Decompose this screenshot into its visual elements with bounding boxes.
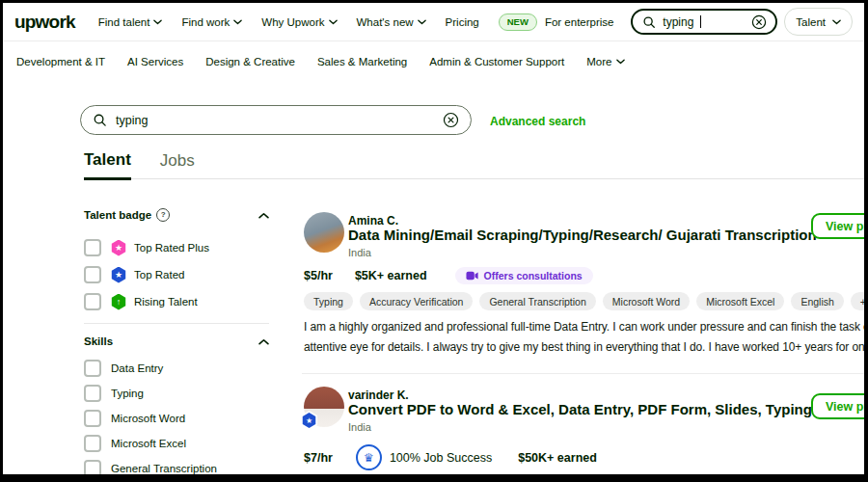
skill-option-label: Data Entry: [111, 362, 163, 374]
chevron-down-icon: [153, 19, 162, 25]
collapse-chevron-up-icon[interactable]: [258, 212, 269, 219]
skill-chip: Accuracy Verification: [360, 292, 473, 310]
header-nav-item[interactable]: Find talent: [98, 16, 163, 28]
bio-line-2: attentive eye for details. I always try …: [304, 337, 868, 358]
skill-chip: +7: [851, 292, 868, 310]
view-profile-button[interactable]: View profile: [811, 393, 868, 419]
skill-option-label: Typing: [111, 388, 144, 399]
talent-badge-filter-header: Talent badge ?: [84, 207, 269, 223]
freelancer-location: India: [348, 247, 371, 258]
video-camera-icon: [466, 271, 478, 281]
chevron-down-icon: [233, 19, 242, 25]
offers-consultations-badge[interactable]: Offers consultations: [455, 267, 593, 284]
freelancer-title[interactable]: Convert PDF to Word & Excel, Data Entry,…: [348, 401, 812, 417]
skill-chip: General Transcription: [479, 292, 595, 310]
freelancer-bio: I am a highly organized and professional…: [304, 317, 868, 358]
checkbox[interactable]: [84, 293, 101, 310]
category-nav-item-label: Development & IT: [16, 56, 105, 67]
checkbox[interactable]: [84, 460, 101, 477]
top-rated-badge-icon: ★: [300, 411, 318, 430]
skill-chip: Microsoft Word: [603, 292, 690, 310]
category-nav-item-label: Design & Creative: [205, 56, 295, 67]
talent-badge-option-label: Top Rated Plus: [134, 242, 209, 254]
skill-option[interactable]: Typing: [84, 381, 269, 406]
skill-chip: English: [791, 292, 843, 310]
checkbox[interactable]: [84, 266, 101, 283]
skill-chip: Typing: [304, 292, 353, 310]
hourly-rate: $7/hr: [304, 451, 333, 465]
talent-badge-option-label: Top Rated: [134, 269, 184, 281]
talent-badge-option[interactable]: ★ Top Rated Plus: [84, 234, 269, 261]
talent-badge-option[interactable]: ↑ Rising Talent: [84, 288, 269, 315]
sidebar-divider: [84, 323, 269, 324]
freelancer-name[interactable]: Amina C.: [348, 214, 398, 228]
skills-filter-header: Skills: [84, 334, 269, 349]
skill-option-label: General Transcription: [111, 463, 217, 474]
talent-badge-icon: ↑: [111, 294, 126, 310]
total-earned: $5K+ earned: [355, 269, 427, 282]
freelancer-avatar[interactable]: ★: [304, 387, 344, 427]
freelancer-stats: $5/hr $5K+ earned Offers consultations: [304, 267, 593, 284]
skill-option[interactable]: General Transcription: [84, 456, 269, 481]
header-nav-item-label: Find talent: [98, 16, 150, 28]
talent-badge-icon: ★: [111, 267, 126, 283]
checkbox[interactable]: [84, 360, 101, 377]
bio-line-1: I am a highly organized and professional…: [304, 317, 868, 337]
result-divider: [302, 373, 868, 374]
job-success-label: 100% Job Success: [390, 451, 492, 465]
skill-chips: TypingAccuracy VerificationGeneral Trans…: [304, 292, 868, 310]
main-search-value: typing: [116, 114, 148, 127]
skills-options: Data Entry Typing Microsoft Word Microso…: [84, 356, 269, 481]
freelancer-title[interactable]: Data Mining/Email Scraping/Typing/Resear…: [348, 227, 817, 243]
checkbox[interactable]: [84, 385, 101, 402]
checkbox[interactable]: [84, 239, 101, 256]
tab-jobs[interactable]: Jobs: [160, 151, 195, 178]
category-nav-item[interactable]: Development & IT: [16, 56, 105, 67]
talent-badge-option[interactable]: ★ Top Rated: [84, 261, 269, 288]
tab-talent[interactable]: Talent: [84, 150, 131, 180]
job-success-crown-icon: ♛: [356, 444, 382, 470]
skill-option-label: Microsoft Word: [111, 413, 185, 424]
header-nav-item[interactable]: Find work: [181, 16, 242, 28]
header-nav-item-label: Find work: [181, 16, 230, 28]
freelancer-avatar[interactable]: [304, 212, 344, 253]
collapse-chevron-up-icon[interactable]: [258, 338, 269, 345]
category-nav-item-label: AI Services: [127, 56, 183, 67]
skill-option[interactable]: Data Entry: [84, 356, 269, 381]
total-earned: $50K+ earned: [518, 451, 597, 465]
offers-consultations-label: Offers consultations: [484, 270, 583, 281]
freelancer-name[interactable]: varinder K.: [348, 388, 409, 402]
category-nav-item[interactable]: AI Services: [127, 56, 183, 67]
search-icon: [93, 113, 107, 127]
skill-option-label: Microsoft Excel: [111, 438, 186, 449]
checkbox[interactable]: [84, 410, 101, 427]
filters-sidebar: Talent badge ? ★ Top Rated Plus ★ Top Ra…: [84, 207, 269, 481]
search-results: Amina C. Data Mining/Email Scraping/Typi…: [302, 3, 868, 474]
talent-badge-icon: ★: [111, 240, 126, 256]
talent-badge-options: ★ Top Rated Plus ★ Top Rated ↑ Rising Ta…: [84, 234, 269, 315]
skills-filter-title: Skills: [84, 335, 113, 347]
skill-option[interactable]: Microsoft Excel: [84, 431, 269, 456]
view-profile-button[interactable]: View profile: [811, 213, 868, 239]
talent-badge-filter-title: Talent badge: [84, 209, 151, 221]
upwork-search-page: upwork Find talent Find work Why Upwork …: [0, 0, 868, 482]
hourly-rate: $5/hr: [304, 269, 333, 282]
category-nav-item[interactable]: Design & Creative: [205, 56, 295, 67]
skill-option[interactable]: Microsoft Word: [84, 406, 269, 431]
checkbox[interactable]: [84, 435, 101, 452]
freelancer-location: India: [348, 421, 371, 433]
skill-chip: Microsoft Excel: [696, 292, 784, 310]
talent-badge-option-label: Rising Talent: [134, 296, 198, 308]
upwork-logo[interactable]: upwork: [14, 12, 75, 33]
help-icon[interactable]: ?: [156, 208, 170, 222]
freelancer-stats: $7/hr ♛ 100% Job Success $50K+ earned: [304, 444, 597, 470]
